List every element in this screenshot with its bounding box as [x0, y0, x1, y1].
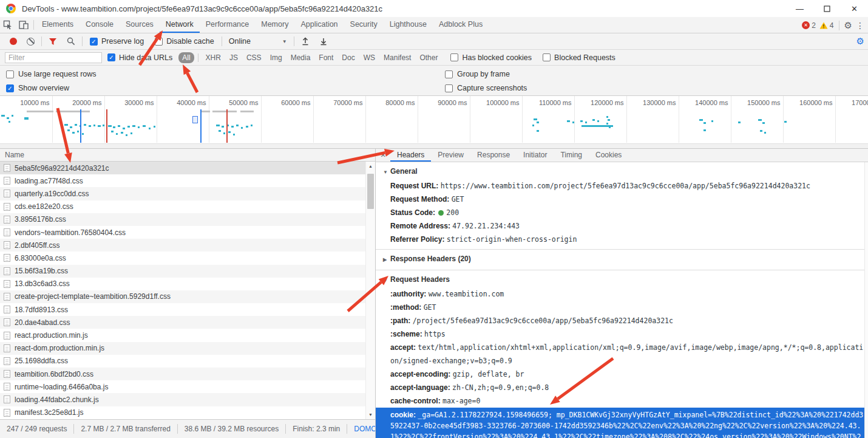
- blocked-requests-checkbox[interactable]: Blocked Requests: [543, 53, 615, 62]
- capture-screenshots-checkbox[interactable]: Capture screenshots: [445, 84, 527, 92]
- table-row[interactable]: loading.ac77f48d.css: [0, 174, 365, 187]
- table-row[interactable]: quarterly.a19cc0dd.css: [0, 187, 365, 200]
- export-har-button[interactable]: [319, 37, 328, 46]
- request-list-scrollbar[interactable]: ▲ ▼: [365, 162, 375, 419]
- table-row[interactable]: react.production.min.js: [0, 329, 365, 341]
- document-icon: [4, 280, 10, 288]
- header-key: Request Method:: [390, 195, 452, 204]
- details-scrollbar[interactable]: [864, 162, 868, 438]
- tab-memory[interactable]: Memory: [255, 17, 294, 33]
- scroll-up-icon[interactable]: ▲: [366, 162, 375, 171]
- more-options-icon[interactable]: ⋮: [856, 21, 864, 30]
- table-row[interactable]: 18.7dfd8913.css: [0, 303, 365, 316]
- type-filter-doc[interactable]: Doc: [338, 52, 358, 63]
- overview-request-dot: [138, 126, 140, 128]
- header-key: Status Code:: [390, 208, 437, 217]
- type-filter-img[interactable]: Img: [266, 52, 286, 63]
- type-filter-font[interactable]: Font: [315, 52, 337, 63]
- tab-adblock-plus[interactable]: Adblock Plus: [433, 17, 489, 33]
- table-row[interactable]: react-dom.production.min.js: [0, 342, 365, 355]
- maximize-button[interactable]: [813, 0, 841, 17]
- type-filter-js[interactable]: JS: [226, 52, 242, 63]
- table-row[interactable]: vendors~teambition.76580404.css: [0, 226, 365, 239]
- preserve-log-checkbox[interactable]: ✓ Preserve log: [90, 37, 144, 46]
- request-name: runtime~loading.6466a0ba.js: [15, 383, 108, 391]
- filter-input[interactable]: [5, 52, 102, 63]
- filter-toggle-button[interactable]: [49, 38, 57, 46]
- response-headers-section-header[interactable]: ▶Response Headers (20): [376, 252, 864, 267]
- tab-performance[interactable]: Performance: [200, 17, 256, 33]
- table-row[interactable]: runtime~loading.6466a0ba.js: [0, 380, 365, 393]
- tab-elements[interactable]: Elements: [36, 17, 80, 33]
- type-filter-all[interactable]: All: [178, 52, 194, 63]
- throttling-dropdown[interactable]: Online ▼: [229, 37, 287, 46]
- detail-tab-initiator[interactable]: Initiator: [517, 149, 554, 162]
- type-filter-css[interactable]: CSS: [243, 52, 265, 63]
- toggle-device-toolbar-button[interactable]: [16, 17, 32, 33]
- overview-request-dot: [699, 119, 703, 121]
- has-blocked-cookies-checkbox[interactable]: Has blocked cookies: [450, 53, 532, 62]
- table-row[interactable]: cds.ee182e20.css: [0, 200, 365, 213]
- error-badge[interactable]: ✕ 2: [802, 21, 816, 30]
- table-row[interactable]: manifest.3c25e8d1.js: [0, 406, 365, 419]
- checkbox-unchecked-icon: [445, 84, 453, 92]
- general-section-header[interactable]: ▼General: [376, 165, 864, 179]
- detail-tab-preview[interactable]: Preview: [431, 149, 470, 162]
- close-details-icon[interactable]: ✕: [376, 149, 390, 162]
- table-row[interactable]: 6.83000e0a.css: [0, 252, 365, 264]
- table-row[interactable]: 3.8956176b.css: [0, 213, 365, 226]
- request-headers-section-header[interactable]: ▼Request Headers: [376, 273, 864, 287]
- inspect-element-button[interactable]: [0, 17, 16, 33]
- table-row[interactable]: 2.dbf405ff.css: [0, 239, 365, 252]
- detail-tab-headers[interactable]: Headers: [390, 149, 431, 162]
- detail-tab-cookies[interactable]: Cookies: [589, 149, 628, 162]
- overview-request-dot: [236, 125, 239, 126]
- tab-console[interactable]: Console: [80, 17, 120, 33]
- warning-badge[interactable]: 4: [819, 21, 834, 30]
- detail-tab-response[interactable]: Response: [470, 149, 517, 162]
- header-key: :path:: [390, 317, 413, 325]
- timeline-gridline: [731, 96, 731, 143]
- tab-network[interactable]: Network: [160, 17, 200, 33]
- show-overview-checkbox[interactable]: ✓ Show overview: [6, 84, 69, 92]
- tab-application[interactable]: Application: [294, 17, 344, 33]
- group-by-frame-checkbox[interactable]: Group by frame: [445, 70, 510, 78]
- network-overview-timeline[interactable]: 10000 ms20000 ms30000 ms40000 ms50000 ms…: [0, 96, 868, 149]
- minimize-button[interactable]: —: [786, 0, 813, 17]
- type-filter-other[interactable]: Other: [416, 52, 441, 63]
- scroll-down-icon[interactable]: ▼: [366, 410, 375, 419]
- detail-tab-timing[interactable]: Timing: [554, 149, 589, 162]
- network-conditions-gear-icon[interactable]: ⚙: [856, 36, 864, 47]
- type-filter-manifest[interactable]: Manifest: [380, 52, 415, 63]
- type-filter-media[interactable]: Media: [287, 52, 314, 63]
- checkbox-unchecked-icon: [450, 53, 458, 61]
- table-row[interactable]: 15.b6f3a19b.css: [0, 265, 365, 278]
- type-filter-ws[interactable]: WS: [360, 52, 379, 63]
- type-filter-xhr[interactable]: XHR: [202, 52, 225, 63]
- search-button[interactable]: [67, 37, 75, 46]
- tab-security[interactable]: Security: [344, 17, 384, 33]
- table-row[interactable]: create-project-template~teambition.5929d…: [0, 290, 365, 303]
- clear-network-log-button[interactable]: [27, 38, 35, 46]
- table-row[interactable]: loading.44fdabc2.chunk.js: [0, 393, 365, 406]
- disable-cache-checkbox[interactable]: Disable cache: [155, 37, 214, 46]
- table-row[interactable]: 13.db3c6ad3.css: [0, 278, 365, 290]
- table-row[interactable]: 20.dae4abad.css: [0, 316, 365, 329]
- settings-gear-icon[interactable]: ⚙: [844, 20, 852, 31]
- overview-request-dot: [532, 125, 534, 126]
- record-network-log-button[interactable]: [10, 38, 17, 45]
- divider: [41, 36, 42, 46]
- table-row[interactable]: teambition.6bdf2bd0.css: [0, 368, 365, 380]
- table-row[interactable]: 5eba5fc96a92214d420a321c: [0, 162, 365, 174]
- tab-sources[interactable]: Sources: [120, 17, 160, 33]
- table-row[interactable]: 25.1698ddfa.css: [0, 355, 365, 368]
- checkbox-checked-icon: ✓: [90, 38, 98, 46]
- hide-data-urls-checkbox[interactable]: ✓ Hide data URLs: [107, 53, 172, 62]
- scrollbar-thumb[interactable]: [367, 174, 374, 209]
- header-kv-row: Referrer Policy: strict-origin-when-cros…: [376, 233, 864, 246]
- close-button[interactable]: ✕: [841, 0, 868, 17]
- tab-lighthouse[interactable]: Lighthouse: [384, 17, 433, 33]
- use-large-request-rows-checkbox[interactable]: Use large request rows: [6, 70, 97, 78]
- name-column-header[interactable]: Name: [0, 149, 375, 162]
- import-har-button[interactable]: [301, 37, 310, 46]
